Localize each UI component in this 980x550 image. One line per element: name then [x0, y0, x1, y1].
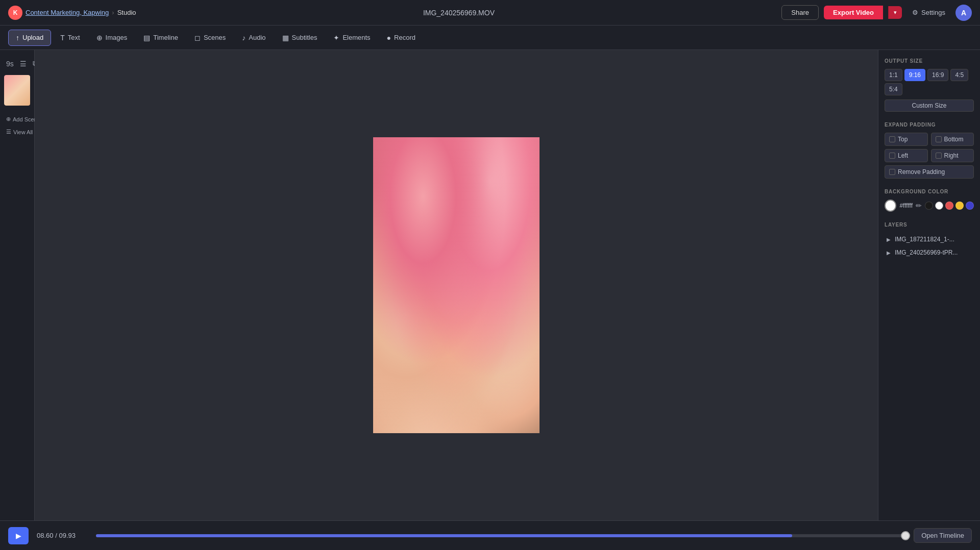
time-separator: /	[55, 532, 57, 539]
sidebar-toolbar: 9s ☰ ⧉ 🗑	[0, 56, 34, 71]
remove-padding-button[interactable]: Remove Padding	[885, 165, 974, 179]
subtitles-tool-button[interactable]: ▦ Subtitles	[275, 30, 325, 45]
expand-padding-section: EXPAND PADDING Top Bottom Left Right	[885, 122, 974, 179]
top-bar: K Content Marketing, Kapwing › Studio IM…	[0, 0, 980, 26]
current-time: 08.60	[37, 532, 54, 539]
bg-color-title: BACKGROUND COLOR	[885, 189, 974, 194]
padding-top-label: Top	[898, 136, 908, 143]
output-size-title: OUTPUT SIZE	[885, 58, 974, 64]
elements-label: Elements	[342, 34, 370, 41]
size-buttons: 1:1 9:16 16:9 4:5 5:4	[885, 69, 974, 95]
add-scene-icon: ⊕	[6, 116, 11, 122]
images-label: Images	[106, 34, 128, 41]
elements-tool-button[interactable]: ✦ Elements	[326, 30, 377, 45]
color-swatch-yellow[interactable]	[955, 202, 964, 210]
breadcrumb-current: Studio	[117, 9, 136, 16]
color-swatch-black[interactable]	[925, 202, 933, 210]
layer-name-1: IMG_187211824_1-...	[895, 236, 954, 243]
color-swatch-red[interactable]	[945, 202, 953, 210]
layer-play-icon-2: ▶	[887, 250, 891, 256]
background-color-section: BACKGROUND COLOR #ffffff ✏	[885, 189, 974, 212]
audio-tool-button[interactable]: ♪ Audio	[235, 30, 273, 45]
file-name: IMG_240256969.MOV	[142, 9, 776, 17]
padding-left-button[interactable]: Left	[885, 149, 928, 162]
timeline-icon: ▤	[143, 34, 150, 42]
canvas-image	[373, 137, 540, 433]
bg-color-row: #ffffff ✏	[885, 199, 974, 212]
layer-name-2: IMG_240256969-tPR...	[895, 249, 958, 256]
export-dropdown-button[interactable]: ▾	[888, 6, 902, 19]
add-scene-button[interactable]: ⊕ Add Scene	[4, 114, 30, 124]
images-icon: ⊕	[96, 34, 103, 42]
upload-label: Upload	[22, 34, 43, 41]
color-picker-icon[interactable]: ✏	[916, 202, 922, 210]
export-video-button[interactable]: Export Video	[824, 6, 883, 19]
view-all-icon: ☰	[6, 129, 11, 135]
custom-size-button[interactable]: Custom Size	[885, 99, 974, 112]
avatar-button[interactable]: A	[955, 5, 972, 21]
view-all-label: View All	[13, 129, 33, 135]
logo-area: K Content Marketing, Kapwing › Studio	[8, 6, 136, 20]
remove-padding-checkbox	[889, 169, 895, 175]
color-swatches	[925, 202, 974, 210]
color-swatch-blue[interactable]	[966, 202, 974, 210]
padding-right-button[interactable]: Right	[931, 149, 974, 162]
timeline-handle[interactable]	[901, 531, 910, 540]
breadcrumb-separator: ›	[112, 9, 114, 16]
share-button[interactable]: Share	[781, 5, 819, 20]
timeline-tool-button[interactable]: ▤ Timeline	[136, 30, 185, 45]
text-tool-button[interactable]: T Text	[53, 30, 87, 45]
scene-thumb-image	[4, 75, 30, 106]
timeline-scrubber[interactable]	[96, 534, 905, 537]
size-1-1-button[interactable]: 1:1	[885, 69, 902, 81]
padding-bottom-label: Bottom	[944, 136, 964, 143]
canvas-area	[35, 50, 878, 520]
sidebar-list-button[interactable]: ☰	[18, 59, 29, 69]
padding-bottom-button[interactable]: Bottom	[931, 133, 974, 146]
top-bar-actions: Share Export Video ▾ ⚙ Settings A	[781, 5, 972, 21]
settings-icon: ⚙	[912, 9, 918, 16]
canvas-container	[373, 137, 540, 433]
size-16-9-button[interactable]: 16:9	[927, 69, 948, 81]
total-time: 09.93	[59, 532, 76, 539]
scene-duration-badge: 9s	[4, 59, 16, 69]
padding-bottom-checkbox	[936, 136, 942, 142]
output-size-section: OUTPUT SIZE 1:1 9:16 16:9 4:5 5:4 Custom…	[885, 58, 974, 112]
main-layout: 9s ☰ ⧉ 🗑 ⊕ Add Scene ☰ View All	[0, 50, 980, 520]
record-label: Record	[394, 34, 415, 41]
record-tool-button[interactable]: ● Record	[380, 30, 423, 45]
scenes-label: Scenes	[204, 34, 226, 41]
size-5-4-button[interactable]: 5:4	[885, 83, 902, 95]
color-swatch-white[interactable]	[935, 202, 943, 210]
upload-tool-button[interactable]: ↑ Upload	[8, 30, 51, 46]
padding-left-checkbox	[889, 153, 895, 159]
breadcrumb-link[interactable]: Content Marketing, Kapwing	[26, 9, 109, 16]
play-button[interactable]: ▶	[8, 527, 29, 544]
bg-color-swatch[interactable]	[885, 199, 896, 212]
size-4-5-button[interactable]: 4:5	[950, 69, 968, 81]
padding-grid: Top Bottom Left Right	[885, 133, 974, 162]
layer-item-2[interactable]: ▶ IMG_240256969-tPR...	[885, 246, 974, 259]
padding-right-checkbox	[936, 153, 942, 159]
canvas-frame[interactable]	[373, 137, 540, 433]
time-display: 08.60 / 09.93	[37, 532, 88, 539]
kapwing-logo: K	[8, 6, 22, 20]
open-timeline-button[interactable]: Open Timeline	[914, 528, 972, 543]
subtitles-label: Subtitles	[292, 34, 317, 41]
sidebar: 9s ☰ ⧉ 🗑 ⊕ Add Scene ☰ View All	[0, 50, 35, 520]
scenes-icon: ◻	[194, 34, 201, 42]
padding-top-button[interactable]: Top	[885, 133, 928, 146]
bottom-bar: ▶ 08.60 / 09.93 Open Timeline	[0, 520, 980, 550]
play-icon: ▶	[16, 532, 21, 540]
settings-label: Settings	[921, 9, 945, 16]
scene-thumbnail-1[interactable]	[4, 75, 30, 106]
settings-button[interactable]: ⚙ Settings	[907, 6, 950, 19]
upload-icon: ↑	[16, 34, 19, 42]
sidebar-actions: ⊕ Add Scene ☰ View All	[0, 110, 34, 141]
images-tool-button[interactable]: ⊕ Images	[89, 30, 135, 45]
size-9-16-button[interactable]: 9:16	[904, 69, 925, 81]
scenes-tool-button[interactable]: ◻ Scenes	[187, 30, 233, 45]
view-all-button[interactable]: ☰ View All	[4, 127, 30, 137]
audio-label: Audio	[249, 34, 265, 41]
layer-item-1[interactable]: ▶ IMG_187211824_1-...	[885, 233, 974, 246]
